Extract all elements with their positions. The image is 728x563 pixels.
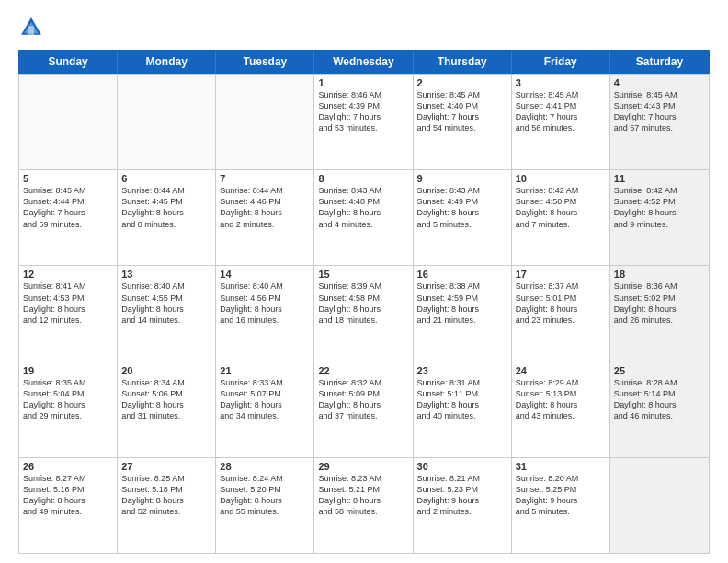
cell-content: Sunrise: 8:41 AM Sunset: 4:53 PM Dayligh… bbox=[23, 281, 113, 326]
header bbox=[18, 15, 710, 40]
day-number: 20 bbox=[121, 365, 211, 376]
cell-content: Sunrise: 8:42 AM Sunset: 4:52 PM Dayligh… bbox=[614, 185, 705, 230]
calendar-header: SundayMondayTuesdayWednesdayThursdayFrid… bbox=[18, 50, 710, 74]
calendar-cell: 17Sunrise: 8:37 AM Sunset: 5:01 PM Dayli… bbox=[512, 266, 610, 361]
calendar-cell: 14Sunrise: 8:40 AM Sunset: 4:56 PM Dayli… bbox=[216, 266, 314, 361]
calendar-cell: 11Sunrise: 8:42 AM Sunset: 4:52 PM Dayli… bbox=[610, 170, 709, 265]
cell-content: Sunrise: 8:28 AM Sunset: 5:14 PM Dayligh… bbox=[614, 377, 705, 422]
cell-content: Sunrise: 8:33 AM Sunset: 5:07 PM Dayligh… bbox=[220, 377, 310, 422]
cell-content: Sunrise: 8:20 AM Sunset: 5:25 PM Dayligh… bbox=[516, 473, 606, 518]
calendar-cell: 24Sunrise: 8:29 AM Sunset: 5:13 PM Dayli… bbox=[512, 362, 610, 457]
calendar-cell: 9Sunrise: 8:43 AM Sunset: 4:49 PM Daylig… bbox=[414, 170, 512, 265]
calendar-cell: 31Sunrise: 8:20 AM Sunset: 5:25 PM Dayli… bbox=[512, 458, 610, 553]
calendar-row-3: 19Sunrise: 8:35 AM Sunset: 5:04 PM Dayli… bbox=[19, 362, 709, 457]
calendar-cell: 26Sunrise: 8:27 AM Sunset: 5:16 PM Dayli… bbox=[19, 458, 118, 553]
day-number: 2 bbox=[417, 77, 507, 88]
cell-content: Sunrise: 8:39 AM Sunset: 4:58 PM Dayligh… bbox=[318, 281, 408, 326]
calendar-cell: 3Sunrise: 8:45 AM Sunset: 4:41 PM Daylig… bbox=[512, 75, 610, 169]
day-number: 29 bbox=[318, 461, 408, 472]
calendar-body: 1Sunrise: 8:46 AM Sunset: 4:39 PM Daylig… bbox=[18, 74, 710, 554]
calendar-cell: 27Sunrise: 8:25 AM Sunset: 5:18 PM Dayli… bbox=[118, 458, 216, 553]
calendar-cell bbox=[610, 458, 709, 553]
header-day-wednesday: Wednesday bbox=[314, 51, 413, 73]
cell-content: Sunrise: 8:40 AM Sunset: 4:55 PM Dayligh… bbox=[121, 281, 211, 326]
day-number: 31 bbox=[516, 461, 606, 472]
cell-content: Sunrise: 8:36 AM Sunset: 5:02 PM Dayligh… bbox=[614, 281, 705, 326]
day-number: 14 bbox=[220, 269, 310, 280]
day-number: 15 bbox=[318, 269, 408, 280]
day-number: 17 bbox=[516, 269, 606, 280]
cell-content: Sunrise: 8:44 AM Sunset: 4:45 PM Dayligh… bbox=[121, 185, 211, 230]
cell-content: Sunrise: 8:45 AM Sunset: 4:41 PM Dayligh… bbox=[516, 89, 606, 134]
cell-content: Sunrise: 8:24 AM Sunset: 5:20 PM Dayligh… bbox=[220, 473, 310, 518]
day-number: 10 bbox=[516, 173, 606, 184]
calendar-cell: 10Sunrise: 8:42 AM Sunset: 4:50 PM Dayli… bbox=[512, 170, 610, 265]
calendar-cell: 25Sunrise: 8:28 AM Sunset: 5:14 PM Dayli… bbox=[610, 362, 709, 457]
header-day-sunday: Sunday bbox=[19, 51, 118, 73]
calendar-cell: 5Sunrise: 8:45 AM Sunset: 4:44 PM Daylig… bbox=[19, 170, 118, 265]
cell-content: Sunrise: 8:25 AM Sunset: 5:18 PM Dayligh… bbox=[121, 473, 211, 518]
header-day-tuesday: Tuesday bbox=[216, 51, 314, 73]
day-number: 24 bbox=[516, 365, 606, 376]
day-number: 5 bbox=[23, 173, 113, 184]
calendar-cell: 7Sunrise: 8:44 AM Sunset: 4:46 PM Daylig… bbox=[216, 170, 314, 265]
calendar-cell: 16Sunrise: 8:38 AM Sunset: 4:59 PM Dayli… bbox=[414, 266, 512, 361]
cell-content: Sunrise: 8:43 AM Sunset: 4:48 PM Dayligh… bbox=[318, 185, 408, 230]
cell-content: Sunrise: 8:45 AM Sunset: 4:44 PM Dayligh… bbox=[23, 185, 113, 230]
cell-content: Sunrise: 8:37 AM Sunset: 5:01 PM Dayligh… bbox=[516, 281, 606, 326]
cell-content: Sunrise: 8:45 AM Sunset: 4:40 PM Dayligh… bbox=[417, 89, 507, 134]
calendar: SundayMondayTuesdayWednesdayThursdayFrid… bbox=[18, 50, 710, 554]
calendar-cell bbox=[118, 75, 216, 169]
day-number: 1 bbox=[318, 77, 408, 88]
day-number: 6 bbox=[121, 173, 211, 184]
calendar-cell: 1Sunrise: 8:46 AM Sunset: 4:39 PM Daylig… bbox=[314, 75, 413, 169]
calendar-cell: 2Sunrise: 8:45 AM Sunset: 4:40 PM Daylig… bbox=[414, 75, 512, 169]
day-number: 16 bbox=[417, 269, 507, 280]
calendar-cell: 28Sunrise: 8:24 AM Sunset: 5:20 PM Dayli… bbox=[216, 458, 314, 553]
cell-content: Sunrise: 8:46 AM Sunset: 4:39 PM Dayligh… bbox=[318, 89, 408, 134]
day-number: 23 bbox=[417, 365, 507, 376]
calendar-row-0: 1Sunrise: 8:46 AM Sunset: 4:39 PM Daylig… bbox=[19, 74, 709, 169]
page: SundayMondayTuesdayWednesdayThursdayFrid… bbox=[0, 0, 728, 563]
day-number: 8 bbox=[318, 173, 408, 184]
header-day-friday: Friday bbox=[512, 51, 610, 73]
day-number: 30 bbox=[417, 461, 507, 472]
day-number: 12 bbox=[23, 269, 113, 280]
cell-content: Sunrise: 8:21 AM Sunset: 5:23 PM Dayligh… bbox=[417, 473, 507, 518]
calendar-cell: 4Sunrise: 8:45 AM Sunset: 4:43 PM Daylig… bbox=[610, 75, 709, 169]
cell-content: Sunrise: 8:38 AM Sunset: 4:59 PM Dayligh… bbox=[417, 281, 507, 326]
day-number: 25 bbox=[614, 365, 705, 376]
cell-content: Sunrise: 8:29 AM Sunset: 5:13 PM Dayligh… bbox=[516, 377, 606, 422]
calendar-cell bbox=[216, 75, 314, 169]
day-number: 11 bbox=[614, 173, 705, 184]
day-number: 3 bbox=[516, 77, 606, 88]
cell-content: Sunrise: 8:42 AM Sunset: 4:50 PM Dayligh… bbox=[516, 185, 606, 230]
cell-content: Sunrise: 8:34 AM Sunset: 5:06 PM Dayligh… bbox=[121, 377, 211, 422]
calendar-cell: 13Sunrise: 8:40 AM Sunset: 4:55 PM Dayli… bbox=[118, 266, 216, 361]
cell-content: Sunrise: 8:45 AM Sunset: 4:43 PM Dayligh… bbox=[614, 89, 705, 134]
logo-icon bbox=[18, 15, 44, 40]
header-day-thursday: Thursday bbox=[414, 51, 512, 73]
day-number: 28 bbox=[220, 461, 310, 472]
svg-rect-2 bbox=[28, 26, 34, 34]
calendar-row-4: 26Sunrise: 8:27 AM Sunset: 5:16 PM Dayli… bbox=[19, 457, 709, 553]
cell-content: Sunrise: 8:40 AM Sunset: 4:56 PM Dayligh… bbox=[220, 281, 310, 326]
day-number: 4 bbox=[614, 77, 705, 88]
calendar-row-2: 12Sunrise: 8:41 AM Sunset: 4:53 PM Dayli… bbox=[19, 265, 709, 361]
header-day-saturday: Saturday bbox=[610, 51, 709, 73]
day-number: 22 bbox=[318, 365, 408, 376]
calendar-cell: 21Sunrise: 8:33 AM Sunset: 5:07 PM Dayli… bbox=[216, 362, 314, 457]
calendar-cell: 29Sunrise: 8:23 AM Sunset: 5:21 PM Dayli… bbox=[314, 458, 413, 553]
calendar-cell: 20Sunrise: 8:34 AM Sunset: 5:06 PM Dayli… bbox=[118, 362, 216, 457]
day-number: 13 bbox=[121, 269, 211, 280]
calendar-row-1: 5Sunrise: 8:45 AM Sunset: 4:44 PM Daylig… bbox=[19, 169, 709, 265]
cell-content: Sunrise: 8:27 AM Sunset: 5:16 PM Dayligh… bbox=[23, 473, 113, 518]
cell-content: Sunrise: 8:31 AM Sunset: 5:11 PM Dayligh… bbox=[417, 377, 507, 422]
day-number: 7 bbox=[220, 173, 310, 184]
calendar-cell: 12Sunrise: 8:41 AM Sunset: 4:53 PM Dayli… bbox=[19, 266, 118, 361]
calendar-cell: 30Sunrise: 8:21 AM Sunset: 5:23 PM Dayli… bbox=[414, 458, 512, 553]
calendar-cell: 6Sunrise: 8:44 AM Sunset: 4:45 PM Daylig… bbox=[118, 170, 216, 265]
calendar-cell: 18Sunrise: 8:36 AM Sunset: 5:02 PM Dayli… bbox=[610, 266, 709, 361]
calendar-cell: 22Sunrise: 8:32 AM Sunset: 5:09 PM Dayli… bbox=[314, 362, 413, 457]
logo bbox=[18, 15, 48, 40]
